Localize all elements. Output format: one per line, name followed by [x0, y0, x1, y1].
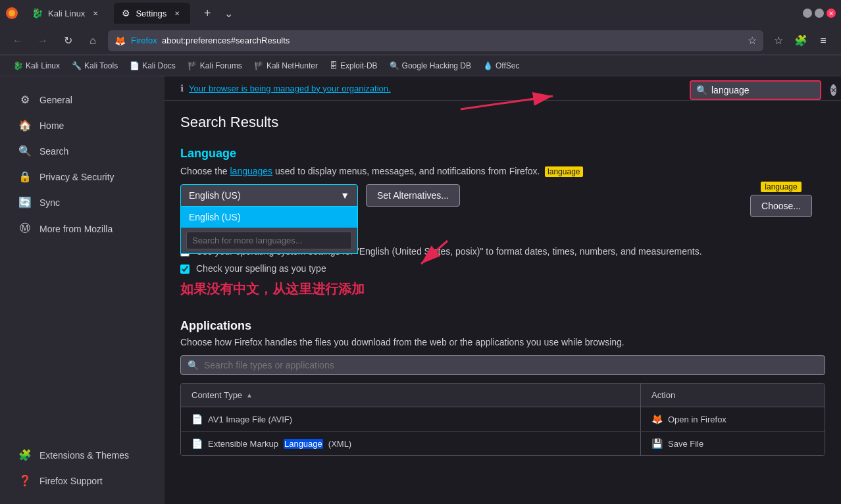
sidebar-item-privacy-label: Privacy & Security	[39, 172, 115, 182]
main-layout: ⚙ General 🏠 Home 🔍 Search 🔒 Privacy & Se…	[0, 76, 841, 504]
tab-kali-linux[interactable]: 🐉 Kali Linux ✕	[24, 3, 109, 24]
applications-section-desc: Choose how Firefox handles the files you…	[180, 337, 825, 347]
language-option-en-us[interactable]: English (US)	[181, 207, 357, 228]
language-select-button[interactable]: English (US) ▼	[180, 184, 358, 207]
bookmarks-bar: 🐉 Kali Linux 🔧 Kali Tools 📄 Kali Docs 🏴 …	[0, 55, 841, 76]
app-search-icon: 🔍	[188, 360, 199, 370]
sidebar-item-general[interactable]: ⚙ General	[5, 87, 159, 113]
settings-search-input[interactable]	[711, 85, 827, 95]
nav-bar: ← → ↻ ⌂ 🦊 Firefox about:preferences#sear…	[0, 26, 841, 55]
language-tooltip-badge: language	[545, 166, 582, 177]
file-icon: 📄	[191, 438, 203, 449]
sidebar: ⚙ General 🏠 Home 🔍 Search 🔒 Privacy & Se…	[0, 76, 165, 504]
app-row1-action-label: Open in Firefox	[668, 415, 726, 424]
app-row1-action: 🦊 Open in Firefox	[640, 407, 825, 431]
bookmark-kali-tools[interactable]: 🔧 Kali Tools	[66, 58, 123, 74]
sidebar-item-home[interactable]: 🏠 Home	[5, 113, 159, 138]
menu-button[interactable]: ≡	[813, 31, 833, 51]
sort-icon: ▲	[246, 391, 253, 399]
annotation-text: 如果没有中文，从这里进行添加	[180, 280, 825, 298]
refresh-button[interactable]: ↻	[58, 31, 78, 51]
tab-settings-close[interactable]: ✕	[172, 8, 182, 18]
language-search-input[interactable]	[186, 232, 352, 249]
tab-kali-linux-close[interactable]: ✕	[90, 8, 101, 18]
tab-settings[interactable]: ⚙ Settings ✕	[114, 3, 190, 24]
tab-settings-label: Settings	[136, 9, 166, 18]
mozilla-icon: Ⓜ	[18, 222, 32, 236]
bookmark-kali-forums[interactable]: 🏴 Kali Forums	[182, 58, 247, 74]
bookmarks-button[interactable]: ☆	[769, 31, 788, 51]
tab-kali-linux-label: Kali Linux	[48, 9, 85, 18]
sidebar-item-mozilla[interactable]: Ⓜ More from Mozilla	[5, 215, 159, 242]
language-section-title: Language	[180, 147, 825, 161]
action-column-header: Action	[640, 384, 825, 407]
language-section: Language Choose the languages used to di…	[180, 147, 825, 298]
desc-after: used to display menus, messages, and not…	[275, 166, 540, 176]
language-select-value: English (US)	[189, 190, 241, 201]
bookmark-kali-docs[interactable]: 📄 Kali Docs	[124, 58, 181, 74]
sidebar-item-support[interactable]: ❓ Firefox Support	[5, 468, 159, 493]
language-dropdown: English (US)	[180, 207, 358, 254]
sidebar-item-privacy[interactable]: 🔒 Privacy & Security	[5, 164, 159, 189]
bookmark-ghdb[interactable]: 🔍 Google Hacking DB	[384, 58, 476, 74]
save-icon: 💾	[651, 438, 663, 449]
content-type-column-header[interactable]: Content Type ▲	[181, 384, 640, 407]
sidebar-item-extensions-label: Extensions & Themes	[39, 450, 129, 461]
settings-search-clear-button[interactable]: ✕	[830, 84, 836, 96]
table-row: 📄 AV1 Image File (AVIF) 🦊 Open in Firefo…	[181, 407, 825, 432]
sidebar-item-mozilla-label: More from Mozilla	[39, 224, 113, 234]
app-row1-content-label: AV1 Image File (AVIF)	[208, 415, 292, 424]
sidebar-item-general-label: General	[39, 95, 72, 105]
bookmark-offsec[interactable]: 💧 OffSec	[478, 58, 524, 74]
tab-settings-icon: ⚙	[122, 8, 130, 18]
firefox-logo-icon	[5, 7, 18, 20]
language-search-wrapper	[181, 228, 357, 253]
spellcheck-checkbox[interactable]	[180, 265, 190, 274]
extensions-button[interactable]: 🧩	[791, 31, 811, 51]
new-tab-button[interactable]: +	[198, 4, 217, 22]
sidebar-item-sync[interactable]: 🔄 Sync	[5, 189, 159, 215]
settings-search-container: 🔍 ✕	[690, 80, 821, 100]
set-alternatives-button[interactable]: Set Alternatives...	[366, 184, 460, 207]
bookmark-exploit-db[interactable]: 🗄 Exploit-DB	[324, 58, 383, 74]
table-row: 📄 Extensible Markup Language (XML) 💾 Sav…	[181, 432, 825, 455]
app-table-header: Content Type ▲ Action	[181, 384, 825, 407]
app-row2-content-before: Extensible Markup	[208, 439, 278, 449]
page-title: Search Results	[180, 114, 825, 131]
management-link[interactable]: Your browser is being managed by your or…	[189, 84, 391, 93]
language-highlight-cell: Language	[284, 439, 323, 449]
minimize-button[interactable]	[803, 9, 812, 18]
app-row1-content: 📄 AV1 Image File (AVIF)	[181, 407, 640, 431]
close-button[interactable]: ✕	[827, 9, 836, 18]
tab-kali-linux-icon: 🐉	[32, 8, 43, 18]
bookmark-kali-nethunter[interactable]: 🏴 Kali NetHunter	[249, 58, 323, 74]
sidebar-item-extensions[interactable]: 🧩 Extensions & Themes	[5, 442, 159, 468]
back-button[interactable]: ←	[8, 31, 28, 51]
settings-search-box: 🔍 ✕	[690, 80, 821, 100]
privacy-icon: 🔒	[18, 170, 32, 183]
address-bar[interactable]: 🦊 Firefox about:preferences#searchResult…	[108, 30, 763, 51]
url-path: about:preferences#searchResults	[162, 36, 290, 45]
support-icon: ❓	[18, 474, 32, 487]
app-row2-content-after: (XML)	[328, 439, 351, 449]
bookmark-star-button[interactable]: ☆	[748, 34, 757, 47]
title-bar: 🐉 Kali Linux ✕ ⚙ Settings ✕ + ⌄ ✕	[0, 0, 841, 26]
choose-button[interactable]: Choose...	[750, 195, 812, 217]
info-icon: ℹ	[180, 83, 184, 93]
app-search-input[interactable]	[204, 360, 818, 370]
languages-highlight: languages	[230, 166, 273, 176]
app-row2-action: 💾 Save File	[640, 432, 825, 455]
content-body: Search Results Language Choose the langu…	[165, 101, 841, 469]
sync-icon: 🔄	[18, 196, 32, 209]
maximize-button[interactable]	[815, 9, 824, 18]
app-row2-content: 📄 Extensible Markup Language (XML)	[181, 432, 640, 455]
applications-section: Applications Choose how Firefox handles …	[180, 319, 825, 456]
sidebar-item-search[interactable]: 🔍 Search	[5, 138, 159, 164]
sidebar-item-support-label: Firefox Support	[39, 476, 103, 486]
home-button[interactable]: ⌂	[83, 31, 103, 51]
tab-dropdown-icon[interactable]: ⌄	[224, 7, 233, 20]
bookmark-kali-linux[interactable]: 🐉 Kali Linux	[8, 58, 65, 74]
forward-button[interactable]: →	[33, 31, 53, 51]
url-text: Firefox about:preferences#searchResults	[131, 36, 742, 45]
general-icon: ⚙	[18, 93, 32, 106]
